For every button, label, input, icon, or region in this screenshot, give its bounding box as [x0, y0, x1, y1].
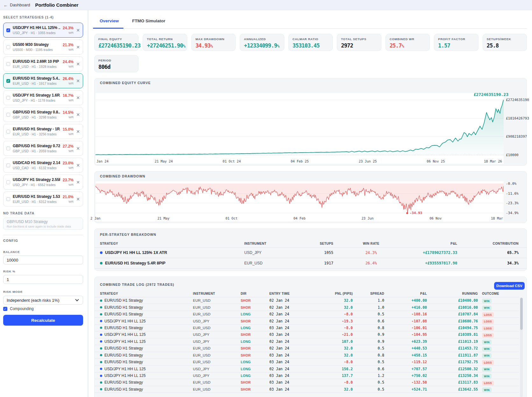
trade-running: £11792.75: [427, 360, 478, 364]
trade-instrument: USD_JPY: [193, 340, 241, 343]
stat-label: TOTAL SETUPS: [341, 37, 377, 41]
remove-strategy-icon[interactable]: ✕: [75, 146, 81, 151]
trade-col-strategy: STRATEGY: [100, 292, 193, 295]
trade-row-3: USD/JPY H1 HH LL 125USD_JPYSHOR02 Jan 24…: [95, 318, 519, 324]
strategy-checkbox[interactable]: ✓: [6, 28, 10, 32]
trade-pnl: +440.53: [384, 346, 427, 350]
trade-running: £10707.84: [427, 312, 478, 316]
trade-entry-time: 02 Jan 24: [269, 298, 306, 303]
tab-ftmo-simulator[interactable]: FTMO Simulator: [125, 18, 172, 29]
strategy-card-8[interactable]: USD/CAD H1 Strategy 2.14RUSD_CAD · H1 · …: [3, 158, 83, 173]
strategy-checkbox[interactable]: [6, 130, 10, 134]
winrate-label: WR: [63, 31, 74, 34]
strategy-card-9[interactable]: USD/JPY H1 Strategy 2.55RUSD_JPY · H1 · …: [3, 175, 83, 190]
trade-instrument: EUR_USD: [193, 312, 241, 316]
stat-label: MAX DRAWDOWN: [195, 37, 231, 41]
winrate-label: WR: [63, 115, 74, 119]
remove-strategy-icon[interactable]: ✕: [75, 95, 81, 100]
trade-log-scrollbar[interactable]: [520, 297, 523, 397]
strategy-card-6[interactable]: EUR/USD H1 Strategy - 1R...EUR_USD · H1 …: [3, 124, 83, 139]
stat-value: 25.8: [487, 42, 523, 49]
trade-row-8: EUR/USD H1 StrategyEUR_USDSHOR03 Jan 243…: [95, 352, 519, 359]
trade-strategy: EUR/USD H1 Strategy: [100, 387, 193, 392]
strategy-meta: USD_CAD · H1 · 6132 trades: [13, 166, 60, 170]
stat-label: TOTAL RETURN: [147, 37, 183, 41]
drawdown-y-label: -11.6%: [506, 191, 519, 196]
strategy-card-0[interactable]: ✓USD/JPY H1 HH LL 125% ...USD_JPY · H1 ·…: [3, 23, 83, 38]
recalculate-button[interactable]: Recalculate: [3, 315, 83, 326]
trade-row-13: EUR/USD H1 StrategyEUR_USDSHOR03 Jan 243…: [95, 386, 519, 393]
strategy-checkbox[interactable]: [6, 62, 10, 66]
trade-pnl: -107.08: [384, 319, 427, 323]
remove-strategy-icon[interactable]: ✕: [75, 45, 81, 50]
download-csv-button[interactable]: Download CSV: [494, 282, 525, 290]
risk-label: RISK %: [3, 270, 16, 273]
strategy-card-7[interactable]: GBP/USD H1 Strategy 0.72RGBP_USD · H1 · …: [3, 141, 83, 156]
no-trade-data-label: NO TRADE DATA: [3, 211, 34, 215]
trade-entry-time: 03 Jan 24: [269, 353, 306, 357]
risk-mode-select[interactable]: [3, 296, 83, 305]
strategy-meta: EUR_USD · H1 · 1917 trades: [13, 82, 60, 85]
strategy-card-5[interactable]: GBP/USD H1 Strategy 0.8...GBP_USD · H1 ·…: [3, 107, 83, 122]
trade-direction: SHOR: [241, 299, 269, 302]
risk-percent-input[interactable]: [3, 275, 83, 284]
remove-strategy-icon[interactable]: ✕: [75, 112, 81, 117]
trade-strategy: USD/JPY H1 HH LL 125: [100, 367, 193, 371]
equity-curve-card: COMBINED EQUITY CURVE £2724635190.23 £27…: [94, 78, 527, 166]
trade-running: £11013.19: [427, 339, 478, 344]
sidebar: SELECT STRATEGIES (1-4) ✓USD/JPY H1 HH L…: [0, 10, 88, 397]
trade-entry-time: 03 Jan 24: [269, 332, 306, 337]
strategy-winrate: 21.0%: [63, 195, 74, 199]
trade-strategy: EUR/USD H1 Strategy: [100, 360, 193, 364]
strategy-card-2[interactable]: EUR/USD H1 2.69R 10 PIPEUR_USD · H1 · 19…: [3, 56, 83, 71]
remove-strategy-icon[interactable]: ✕: [75, 78, 81, 83]
trade-spread: 0.5: [353, 380, 384, 385]
breakdown-strategy: USD/JPY H1 HH LL 125% 1X ATR: [100, 250, 244, 255]
balance-input[interactable]: [3, 256, 83, 264]
trade-row-4: EUR/USD H1 StrategyEUR_USDLONG03 Jan 24-…: [95, 325, 519, 331]
stat-card-total-return: TOTAL RETURN+27246251.90%: [143, 34, 187, 51]
remove-strategy-icon[interactable]: ✕: [75, 197, 81, 202]
strategy-card-1[interactable]: US500 M30 StrategyUS500 · M30 · 1195 tra…: [3, 40, 83, 54]
strategy-dot: [100, 251, 103, 254]
trade-instrument: USD_JPY: [193, 367, 241, 371]
strategy-list: ✓USD/JPY H1 HH LL 125% ...USD_JPY · H1 ·…: [3, 23, 83, 208]
strategy-meta: EUR_USD · H1 · 3256 trades: [13, 132, 60, 136]
compounding-checkbox[interactable]: ✓: [3, 307, 7, 311]
strategy-checkbox[interactable]: [6, 113, 10, 117]
strategy-checkbox[interactable]: [6, 147, 10, 150]
trade-instrument: EUR_USD: [193, 306, 241, 309]
trade-col-entry-time: ENTRY TIME: [269, 292, 306, 295]
remove-strategy-icon[interactable]: ✕: [75, 28, 81, 33]
back-to-dashboard-link[interactable]: ←Dashboard: [4, 3, 30, 8]
strategy-dot: [100, 347, 102, 350]
remove-strategy-icon[interactable]: ✕: [75, 61, 81, 67]
trade-running: £10389.81: [427, 332, 478, 337]
strategy-checkbox[interactable]: [6, 96, 10, 100]
strategy-card-3[interactable]: ✓EUR/USD H1 Strategy 5.4...EUR_USD · H1 …: [3, 73, 83, 88]
strategy-checkbox[interactable]: [6, 197, 10, 201]
stat-card-max-drawdown: MAX DRAWDOWN34.93%: [191, 34, 236, 51]
trade-instrument: USD_JPY: [193, 333, 241, 336]
breakdown-col-instrument: INSTRUMENT: [244, 242, 298, 245]
strategy-checkbox[interactable]: ✓: [6, 79, 10, 83]
strategy-checkbox[interactable]: [6, 45, 10, 49]
trade-pips: -8.0: [306, 380, 353, 385]
stat-label: PERIOD: [98, 59, 134, 62]
remove-strategy-icon[interactable]: ✕: [75, 163, 81, 168]
strategy-checkbox[interactable]: [6, 163, 10, 167]
scrollbar-thumb[interactable]: [520, 298, 523, 330]
drawdown-x-label: 21 May: [157, 216, 169, 220]
strategy-winrate: 16.7%: [63, 93, 74, 98]
strategy-checkbox[interactable]: [6, 180, 10, 184]
stat-value: +12334099.9%: [244, 42, 280, 49]
tab-overview[interactable]: Overview: [93, 18, 125, 29]
trade-pnl: +750.02: [384, 373, 427, 378]
trade-pips: -21.0: [306, 332, 353, 337]
trade-outcome: WIN: [478, 386, 519, 393]
remove-strategy-icon[interactable]: ✕: [75, 129, 81, 134]
strategy-card-10[interactable]: EUR/USD H1 Strategy 1.53REUR_USD · H1 · …: [3, 191, 83, 206]
trade-strategy: EUR/USD H1 Strategy: [100, 298, 193, 303]
strategy-card-4[interactable]: USD/JPY H1 Strategy 1.6R...USD_JPY · H1 …: [3, 90, 83, 105]
remove-strategy-icon[interactable]: ✕: [75, 180, 81, 185]
